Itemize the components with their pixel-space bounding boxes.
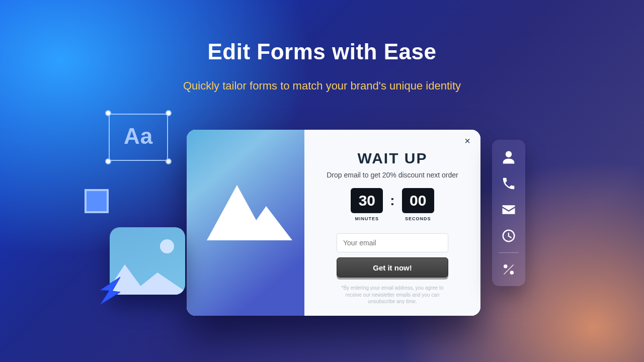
popup-subtitle: Drop email to get 20% discount next orde… (323, 171, 462, 179)
form-preview-popup: × WAIT UP Drop email to get 20% discount… (187, 130, 480, 316)
resize-handle-top-right[interactable] (166, 110, 172, 116)
toolbar-clock-button[interactable] (497, 224, 520, 247)
countdown-timer: 30 MINUTES : 00 SECONDS (323, 188, 462, 221)
fine-print: *By entering your email address, you agr… (341, 285, 444, 305)
text-sample-aa: Aa (109, 124, 168, 149)
hero-title: Edit Forms with Ease (0, 39, 644, 64)
resize-handle-bottom-left[interactable] (105, 158, 111, 164)
popup-title: WAIT UP (323, 150, 462, 167)
close-button[interactable]: × (461, 135, 473, 147)
toolbar-user-button[interactable] (497, 146, 520, 169)
countdown-seconds-value: 00 (402, 188, 434, 213)
clock-icon (501, 228, 516, 243)
mountains-icon (207, 185, 292, 255)
popup-image-panel (187, 130, 304, 316)
percent-icon (501, 262, 516, 277)
resize-handle-bottom-right[interactable] (166, 158, 172, 164)
resize-handle-top-left[interactable] (105, 110, 111, 116)
toolbar-percent-button[interactable] (497, 258, 520, 281)
user-icon (501, 150, 516, 165)
text-transform-box[interactable]: Aa (109, 114, 168, 161)
toolbar-mail-button[interactable] (497, 198, 520, 221)
countdown-seconds-label: SECONDS (402, 216, 434, 221)
image-sun-icon (160, 239, 174, 253)
cursor-arrow-icon (98, 275, 128, 310)
color-swatch[interactable] (85, 189, 109, 213)
countdown-minutes-value: 30 (351, 188, 383, 213)
email-field[interactable] (337, 233, 448, 252)
countdown-separator: : (390, 188, 394, 213)
toolbar-phone-button[interactable] (497, 172, 520, 195)
mail-icon (501, 202, 516, 217)
submit-button[interactable]: Get it now! (337, 257, 448, 278)
hero-subtitle: Quickly tailor forms to match your brand… (0, 79, 644, 93)
phone-icon (501, 176, 516, 191)
countdown-minutes-label: MINUTES (351, 216, 383, 221)
hero-stage: Edit Forms with Ease Quickly tailor form… (0, 0, 644, 362)
element-toolbar (492, 140, 525, 286)
toolbar-divider (499, 252, 519, 253)
popup-content-panel: × WAIT UP Drop email to get 20% discount… (304, 130, 480, 316)
